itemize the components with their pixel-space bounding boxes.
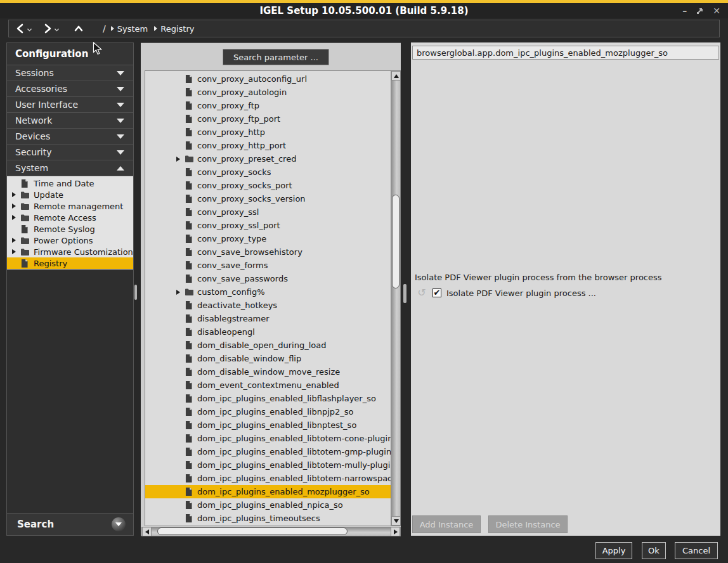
registry-item[interactable]: dom_disable_window_flip [145,352,391,365]
breadcrumb-root[interactable]: / [103,23,106,34]
expander[interactable] [176,117,185,122]
expander[interactable] [12,226,21,231]
registry-item[interactable]: conv_proxy_preset_cred [145,152,391,165]
registry-item[interactable]: disableopengl [145,325,391,339]
registry-item[interactable]: conv_proxy_http [145,126,391,139]
breadcrumb-item[interactable]: System [111,24,148,34]
expander[interactable] [176,290,185,295]
expander[interactable] [176,103,185,108]
tree-item[interactable]: Remote Access [7,212,133,223]
registry-item[interactable]: custom_config% [145,285,391,299]
expander[interactable] [176,90,185,95]
registry-item[interactable]: dom_ipc_plugins_enabled_libnptest_so [145,418,391,432]
expander[interactable] [176,476,185,481]
expander[interactable] [176,236,185,242]
expander[interactable] [12,204,21,209]
expander[interactable] [176,276,185,282]
minimize-button[interactable]: – [682,6,687,15]
registry-item[interactable]: dom_ipc_plugins_enabled_libnpjp2_so [145,405,391,418]
tree-item[interactable]: Remote Syslog [7,223,133,235]
isolate-checkbox[interactable]: ✔ [432,288,441,297]
scroll-down-button[interactable] [391,516,401,526]
sidebar-splitter-handle[interactable] [134,285,137,300]
registry-item[interactable]: conv_proxy_autoconfig_url [145,72,391,86]
registry-item[interactable]: conv_proxy_ssl [145,205,391,219]
expander[interactable] [176,343,185,348]
expander[interactable] [176,356,185,361]
horizontal-scrollbar-thumb[interactable] [157,527,348,535]
sidebar-section[interactable]: Devices [7,129,133,145]
scroll-left-button[interactable] [142,527,152,536]
registry-item[interactable]: dom_ipc_plugins_timeoutsecs [145,512,391,525]
expander[interactable] [176,410,185,415]
registry-item[interactable]: conv_save_forms [145,259,391,272]
expander[interactable] [12,238,21,243]
sidebar-section[interactable]: System [7,160,133,176]
sidebar-section[interactable]: User Interface [7,97,133,113]
scroll-up-button[interactable] [391,71,401,81]
titlebar[interactable]: IGEL Setup 10.05.500.01 (Build 5.9.18) [0,3,728,18]
scroll-right-button[interactable] [391,527,400,536]
expander[interactable] [176,303,185,308]
breadcrumb-item[interactable]: Registry [154,24,194,34]
registry-item[interactable]: dom_ipc_plugins_enabled_npica_so [145,498,391,512]
registry-item[interactable]: dom_ipc_plugins_enabled_libtotem-mully-p… [145,458,391,472]
sidebar-search-section[interactable]: Search [7,513,133,535]
registry-item[interactable]: conv_proxy_ssl_port [145,219,391,232]
expander[interactable] [176,396,185,401]
tree-item[interactable]: Power Options [7,235,133,246]
expander[interactable] [176,423,185,428]
add-instance-button[interactable]: Add Instance [412,515,481,533]
vertical-scrollbar-thumb[interactable] [392,195,400,288]
expander[interactable] [176,143,185,148]
expander[interactable] [176,77,185,82]
registry-item[interactable]: conv_proxy_socks_version [145,192,391,205]
expander[interactable] [176,250,185,255]
registry-item[interactable]: dom_disable_window_move_resize [145,365,391,379]
registry-item[interactable]: dom_ipc_plugins_enabled_libtotem-gmp-plu… [145,445,391,458]
registry-item[interactable]: dom_ipc_plugins_enabled_libflashplayer_s… [145,392,391,405]
registry-item[interactable]: dom_ipc_plugins_enabled_mozplugger_so [145,485,391,498]
expander[interactable] [176,183,185,188]
expander[interactable] [176,450,185,455]
expander[interactable] [176,130,185,135]
back-history-dropdown[interactable] [27,23,32,35]
sidebar-section[interactable]: Network [7,113,133,129]
parameter-path-field[interactable] [412,46,719,60]
tree-item[interactable]: Remote management [7,200,133,212]
sidebar-section[interactable]: Security [7,145,133,160]
registry-item[interactable]: deactivate_hotkeys [145,299,391,312]
expander[interactable] [12,215,21,220]
expander[interactable] [176,516,185,521]
sidebar-section[interactable]: Sessions [7,65,133,81]
registry-item[interactable]: dom_ipc_plugins_enabled_libtotem-narrows… [145,472,391,485]
expander[interactable] [176,463,185,468]
registry-item[interactable]: dom_disable_open_during_load [145,339,391,352]
expander[interactable] [176,197,185,202]
expander[interactable] [12,249,21,254]
tree-item[interactable]: Time and Date [7,178,133,189]
expander[interactable] [176,436,185,441]
restore-button[interactable] [696,7,704,15]
registry-item[interactable]: conv_proxy_ftp [145,99,391,112]
forward-history-dropdown[interactable] [54,23,60,35]
expander[interactable] [176,263,185,268]
registry-item[interactable]: dom_event_contextmenu_enabled [145,379,391,392]
apply-button[interactable]: Apply [595,542,632,559]
expander[interactable] [176,223,185,228]
expander[interactable] [176,170,185,175]
expander[interactable] [176,503,185,508]
up-level-button[interactable] [74,24,84,33]
back-button[interactable] [15,23,25,34]
registry-item[interactable]: conv_proxy_http_port [145,139,391,152]
expander[interactable] [176,157,185,162]
tree-item[interactable]: Firmware Customization [7,246,133,257]
registry-item[interactable]: disablegstreamer [145,312,391,325]
delete-instance-button[interactable]: Delete Instance [488,515,568,533]
search-expand-button[interactable] [112,517,126,531]
registry-item[interactable]: conv_proxy_socks_port [145,179,391,192]
registry-item[interactable]: conv_proxy_socks [145,165,391,179]
registry-item[interactable]: conv_proxy_type [145,232,391,245]
expander[interactable] [176,316,185,321]
registry-item[interactable]: conv_proxy_autologin [145,86,391,99]
